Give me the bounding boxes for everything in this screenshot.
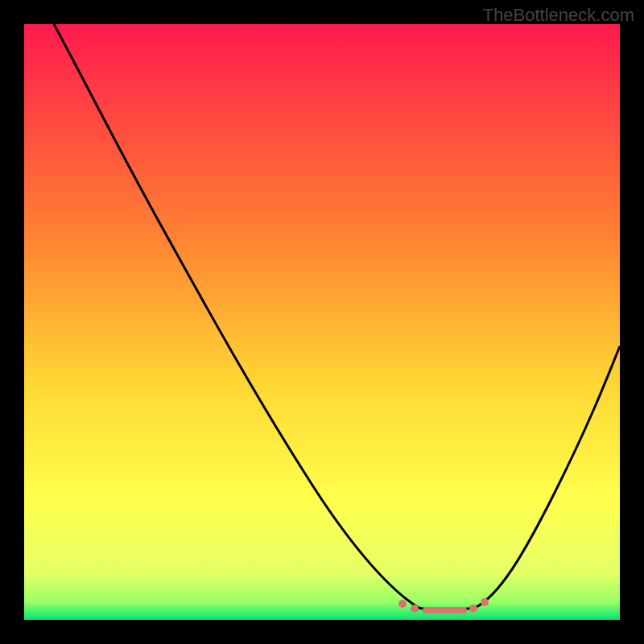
gradient-background [24,24,620,620]
watermark-text: TheBottleneck.com [483,5,634,26]
plot-area [24,24,620,620]
svg-rect-2 [423,607,467,613]
svg-point-1 [411,605,419,613]
chart-svg [24,24,620,620]
svg-point-0 [398,600,407,608]
chart-container: TheBottleneck.com [0,0,644,644]
svg-point-4 [481,598,489,606]
svg-point-3 [469,605,477,613]
